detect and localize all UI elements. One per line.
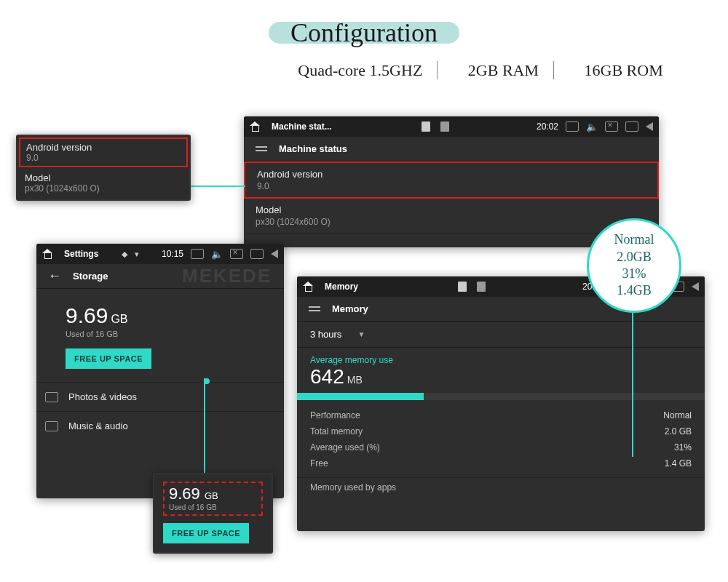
back-arrow-icon[interactable]: ←: [48, 268, 61, 284]
category-photos-row[interactable]: Photos & videos: [36, 382, 284, 411]
memory-panel: Memory 20:02 🔈 Memory 3 hours ▼ Average …: [297, 276, 705, 531]
callout-perf: Normal: [614, 231, 654, 248]
app-title: Machine stat...: [272, 121, 332, 132]
watermark-text: MEKEDE: [182, 265, 272, 287]
zoom-storage-unit: GB: [205, 490, 218, 501]
card-icon: [458, 282, 467, 292]
memory-usage-bar: [297, 393, 705, 400]
avg-memory-number: 642: [310, 365, 344, 388]
subheader: Machine status: [244, 137, 659, 162]
close-icon[interactable]: [605, 121, 618, 132]
page-title: Configuration: [290, 18, 438, 47]
category-photos-label: Photos & videos: [68, 391, 137, 402]
back-nav-icon[interactable]: [692, 282, 699, 291]
zoom-android-label: Android version: [26, 142, 181, 153]
storage-used-of: Used of 16 GB: [66, 330, 255, 338]
storage-zoom-callout: 9.69 GB Used of 16 GB FREE UP SPACE: [153, 473, 273, 554]
memory-footer[interactable]: Memory used by apps: [297, 477, 705, 495]
zoom-storage-used-of: Used of 16 GB: [169, 503, 257, 511]
chevron-down-icon: ▼: [357, 330, 365, 338]
home-icon[interactable]: [250, 121, 260, 132]
menu-icon[interactable]: [309, 304, 320, 314]
card-icon: [477, 282, 486, 292]
storage-used-val: 9.69: [66, 303, 108, 327]
volume-icon[interactable]: 🔈: [586, 121, 598, 132]
zoom-storage-val: 9.69: [169, 485, 200, 503]
model-row[interactable]: Model px30 (1024x600 O): [244, 199, 659, 234]
status-bar: Machine stat... 20:02 🔈: [244, 116, 659, 137]
back-nav-icon[interactable]: [646, 122, 653, 131]
storage-used-amount: 9.69GB: [66, 303, 255, 328]
recent-icon[interactable]: [250, 249, 264, 259]
storage-clock: 10:15: [162, 249, 183, 259]
zoom-android-row: Android version 9.0: [19, 137, 188, 167]
time-range-value: 3 hours: [310, 329, 341, 340]
zoom-android-value: 9.0: [26, 153, 181, 163]
zoom-model-label: Model: [25, 172, 182, 183]
android-zoom-callout: Android version 9.0 Model px30 (1024x600…: [16, 135, 191, 201]
storage-status-bar: Settings ◆ ▾ 10:15 🔈: [36, 244, 284, 264]
android-version-value: 9.0: [257, 181, 646, 191]
connector-line-1: [191, 186, 245, 187]
stat-free: Free1.4 GB: [297, 455, 705, 471]
clock: 20:02: [537, 121, 558, 132]
specs-line: Quad-core 1.5GHZ 2GB RAM 16GB ROM: [233, 61, 728, 80]
spec-cpu: Quad-core 1.5GHZ: [288, 61, 432, 79]
card-icon: [422, 121, 430, 132]
model-label: Model: [256, 204, 647, 215]
stat-avg-percent: Average used (%)31%: [297, 439, 705, 455]
avg-memory-value: 642MB: [297, 365, 705, 393]
spec-rom: 16GB ROM: [574, 61, 673, 79]
volume-icon[interactable]: 🔈: [211, 249, 223, 260]
storage-sub-title: Storage: [73, 271, 108, 282]
callout-pct: 31%: [622, 266, 646, 282]
android-version-label: Android version: [257, 169, 646, 180]
zoom-model-value: px30 (1024x600 O): [25, 183, 182, 194]
machine-status-panel: Machine stat... 20:02 🔈 Machine status A…: [244, 116, 659, 247]
free-up-space-button[interactable]: FREE UP SPACE: [66, 348, 151, 369]
recent-icon[interactable]: [625, 121, 638, 132]
memory-app-title: Memory: [325, 282, 358, 292]
category-music-label: Music & audio: [68, 420, 128, 431]
connector-line-3: [632, 311, 633, 457]
back-nav-icon[interactable]: [271, 250, 278, 258]
photos-icon: [45, 392, 58, 402]
zoom-free-up-button[interactable]: FREE UP SPACE: [163, 523, 249, 543]
spec-ram: 2GB RAM: [458, 61, 549, 79]
stat-performance: PerformanceNormal: [297, 407, 705, 423]
model-value: px30 (1024x600 O): [256, 217, 647, 227]
menu-icon[interactable]: [256, 144, 267, 154]
stat-total-memory: Total memory2.0 GB: [297, 423, 705, 439]
connector-line-2: [204, 378, 205, 474]
memory-sub-title: Memory: [332, 303, 368, 314]
storage-used-unit: GB: [111, 313, 127, 325]
avg-memory-unit: MB: [347, 374, 363, 386]
subheader-title: Machine status: [279, 143, 347, 154]
avg-memory-label: Average memory use: [297, 348, 705, 365]
category-music-row[interactable]: Music & audio: [36, 411, 284, 440]
close-icon[interactable]: [230, 249, 243, 259]
android-version-row[interactable]: Android version 9.0: [244, 162, 659, 199]
callout-total: 2.0GB: [617, 249, 652, 266]
page-header: Configuration: [0, 0, 728, 61]
memory-summary-callout: Normal 2.0GB 31% 1.4GB: [587, 218, 681, 313]
home-icon[interactable]: [303, 282, 313, 292]
time-range-dropdown[interactable]: 3 hours ▼: [297, 322, 705, 348]
screenshot-icon[interactable]: [191, 249, 204, 259]
home-icon[interactable]: [42, 249, 52, 259]
callout-free: 1.4GB: [617, 282, 652, 299]
screenshot-icon[interactable]: [566, 121, 579, 132]
card-icon-2: [440, 121, 449, 132]
storage-app-title: Settings: [64, 249, 98, 259]
music-icon: [45, 421, 58, 431]
